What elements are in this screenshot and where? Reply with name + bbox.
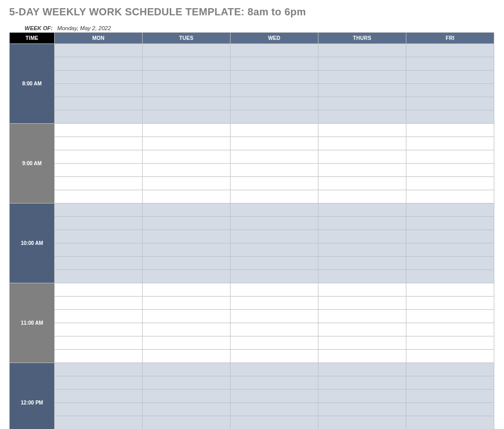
- schedule-cell[interactable]: [143, 190, 231, 204]
- schedule-cell[interactable]: [143, 164, 231, 177]
- schedule-cell[interactable]: [231, 336, 318, 350]
- schedule-cell[interactable]: [231, 257, 318, 270]
- schedule-cell[interactable]: [143, 97, 231, 110]
- schedule-cell[interactable]: [143, 84, 231, 97]
- schedule-cell[interactable]: [406, 177, 494, 190]
- schedule-cell[interactable]: [231, 390, 318, 403]
- schedule-cell[interactable]: [231, 204, 318, 217]
- schedule-cell[interactable]: [231, 110, 318, 124]
- schedule-cell[interactable]: [55, 416, 143, 430]
- schedule-cell[interactable]: [231, 297, 318, 310]
- schedule-cell[interactable]: [143, 217, 231, 230]
- schedule-cell[interactable]: [318, 124, 406, 137]
- schedule-cell[interactable]: [231, 97, 318, 110]
- schedule-cell[interactable]: [143, 310, 231, 323]
- schedule-cell[interactable]: [318, 336, 406, 350]
- schedule-cell[interactable]: [55, 164, 143, 177]
- schedule-cell[interactable]: [406, 150, 494, 164]
- schedule-cell[interactable]: [55, 217, 143, 230]
- schedule-cell[interactable]: [318, 150, 406, 164]
- schedule-cell[interactable]: [318, 190, 406, 204]
- schedule-cell[interactable]: [55, 363, 143, 376]
- schedule-cell[interactable]: [231, 310, 318, 323]
- schedule-cell[interactable]: [231, 177, 318, 190]
- schedule-cell[interactable]: [55, 57, 143, 71]
- schedule-cell[interactable]: [143, 110, 231, 124]
- schedule-cell[interactable]: [406, 44, 494, 57]
- schedule-cell[interactable]: [406, 390, 494, 403]
- schedule-cell[interactable]: [55, 204, 143, 217]
- schedule-cell[interactable]: [318, 323, 406, 336]
- schedule-cell[interactable]: [231, 243, 318, 257]
- schedule-cell[interactable]: [318, 416, 406, 430]
- schedule-cell[interactable]: [55, 297, 143, 310]
- schedule-cell[interactable]: [143, 390, 231, 403]
- schedule-cell[interactable]: [55, 110, 143, 124]
- schedule-cell[interactable]: [231, 376, 318, 390]
- schedule-cell[interactable]: [406, 376, 494, 390]
- schedule-cell[interactable]: [55, 71, 143, 84]
- schedule-cell[interactable]: [318, 363, 406, 376]
- schedule-cell[interactable]: [231, 57, 318, 71]
- schedule-cell[interactable]: [55, 323, 143, 336]
- schedule-cell[interactable]: [318, 230, 406, 243]
- schedule-cell[interactable]: [406, 230, 494, 243]
- schedule-cell[interactable]: [318, 137, 406, 150]
- schedule-cell[interactable]: [55, 44, 143, 57]
- schedule-cell[interactable]: [406, 164, 494, 177]
- schedule-cell[interactable]: [231, 323, 318, 336]
- schedule-cell[interactable]: [318, 257, 406, 270]
- schedule-cell[interactable]: [143, 230, 231, 243]
- schedule-cell[interactable]: [231, 350, 318, 363]
- schedule-cell[interactable]: [318, 390, 406, 403]
- schedule-cell[interactable]: [406, 217, 494, 230]
- schedule-cell[interactable]: [231, 84, 318, 97]
- schedule-cell[interactable]: [406, 363, 494, 376]
- schedule-cell[interactable]: [143, 71, 231, 84]
- schedule-cell[interactable]: [55, 336, 143, 350]
- schedule-cell[interactable]: [318, 376, 406, 390]
- schedule-cell[interactable]: [231, 124, 318, 137]
- schedule-cell[interactable]: [143, 336, 231, 350]
- schedule-cell[interactable]: [406, 310, 494, 323]
- schedule-cell[interactable]: [406, 190, 494, 204]
- schedule-cell[interactable]: [406, 270, 494, 283]
- schedule-cell[interactable]: [231, 164, 318, 177]
- schedule-cell[interactable]: [318, 243, 406, 257]
- schedule-cell[interactable]: [231, 137, 318, 150]
- schedule-cell[interactable]: [231, 150, 318, 164]
- schedule-cell[interactable]: [406, 257, 494, 270]
- schedule-cell[interactable]: [143, 150, 231, 164]
- schedule-cell[interactable]: [406, 124, 494, 137]
- schedule-cell[interactable]: [406, 71, 494, 84]
- schedule-cell[interactable]: [143, 350, 231, 363]
- schedule-cell[interactable]: [318, 204, 406, 217]
- schedule-cell[interactable]: [231, 71, 318, 84]
- schedule-cell[interactable]: [143, 376, 231, 390]
- schedule-cell[interactable]: [55, 283, 143, 297]
- schedule-cell[interactable]: [318, 297, 406, 310]
- schedule-cell[interactable]: [318, 84, 406, 97]
- schedule-cell[interactable]: [55, 270, 143, 283]
- schedule-cell[interactable]: [143, 416, 231, 430]
- schedule-cell[interactable]: [406, 204, 494, 217]
- schedule-cell[interactable]: [55, 350, 143, 363]
- schedule-cell[interactable]: [318, 44, 406, 57]
- schedule-cell[interactable]: [406, 416, 494, 430]
- schedule-cell[interactable]: [406, 350, 494, 363]
- schedule-cell[interactable]: [406, 110, 494, 124]
- schedule-cell[interactable]: [318, 110, 406, 124]
- schedule-cell[interactable]: [318, 310, 406, 323]
- schedule-cell[interactable]: [55, 403, 143, 416]
- schedule-cell[interactable]: [55, 257, 143, 270]
- schedule-cell[interactable]: [55, 84, 143, 97]
- schedule-cell[interactable]: [231, 217, 318, 230]
- schedule-cell[interactable]: [143, 323, 231, 336]
- schedule-cell[interactable]: [231, 416, 318, 430]
- schedule-cell[interactable]: [318, 283, 406, 297]
- schedule-cell[interactable]: [406, 84, 494, 97]
- schedule-cell[interactable]: [318, 177, 406, 190]
- schedule-cell[interactable]: [406, 97, 494, 110]
- schedule-cell[interactable]: [143, 403, 231, 416]
- schedule-cell[interactable]: [406, 57, 494, 71]
